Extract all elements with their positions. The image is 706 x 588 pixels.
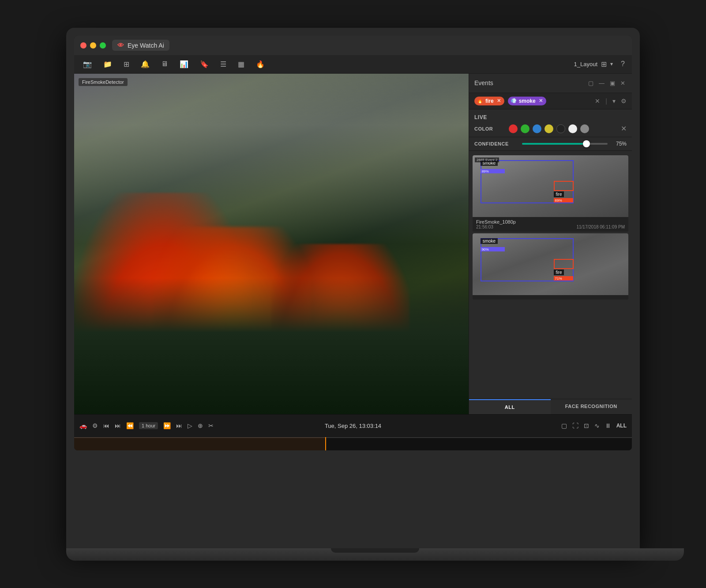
- app-title-container: 👁 Eye Watch Ai: [112, 40, 169, 51]
- events-close-icon[interactable]: ✕: [619, 79, 627, 88]
- toolbar: 📷 📁 ⊞ 🔔 🖥 📊 🔖 ☰ ▦ 🔥 1_Layout ⊞ ▾ ?: [74, 55, 632, 74]
- fire-tag-icon: 🔥: [477, 98, 483, 104]
- detection-overlay-1: smoke 89% fire 69% 2665 Eve: [473, 155, 628, 217]
- events-list: smoke 89% fire 69% 2665 Eve: [469, 151, 632, 399]
- color-dot-yellow[interactable]: [545, 124, 553, 133]
- filter-divider: |: [605, 97, 607, 105]
- color-dot-green[interactable]: [521, 124, 530, 133]
- fire-tag-close[interactable]: ✕: [497, 98, 501, 104]
- layout-selector[interactable]: 1_Layout ⊞ ▾: [574, 60, 613, 68]
- live-label: LIVE: [474, 114, 487, 120]
- bookmark-icon[interactable]: 🔖: [198, 58, 210, 70]
- laptop-hinge: [331, 548, 419, 553]
- trees-overlay: [74, 278, 469, 414]
- timeline-row[interactable]: [74, 437, 632, 450]
- event-thumbnail-1: smoke 89% fire 69% 2665 Eve: [473, 155, 628, 217]
- vehicle-icon[interactable]: 🚗: [79, 422, 87, 429]
- color-label: COLOR: [474, 126, 505, 131]
- expand-icon[interactable]: ⊡: [584, 422, 589, 429]
- events-header-icons: ▢ — ▣ ✕: [587, 79, 627, 88]
- camera-label: FireSmokeDetector: [79, 78, 128, 86]
- events-title: Events: [474, 79, 587, 86]
- event-thumbnail-2: smoke 90% fire 71%: [473, 233, 628, 295]
- list-icon[interactable]: ☰: [218, 58, 228, 70]
- fire-detection-box-1: fire 69%: [554, 181, 574, 191]
- color-dot-red[interactable]: [509, 124, 518, 133]
- rewind-icon[interactable]: ⏪: [126, 422, 134, 429]
- pause-icon[interactable]: ⏸: [605, 422, 611, 429]
- color-dot-gray[interactable]: [580, 124, 589, 133]
- event-counter-1: 2665 Event 2: [475, 157, 499, 162]
- event-info-2: [473, 295, 628, 300]
- events-header: Events ▢ — ▣ ✕: [469, 74, 632, 93]
- detection-overlay-2: smoke 90% fire 71%: [473, 233, 628, 295]
- fullscreen-icon[interactable]: ⛶: [572, 422, 578, 429]
- minimize-button[interactable]: [90, 42, 96, 49]
- monitor-icon[interactable]: 🖥: [159, 58, 170, 70]
- fire-label-2: fire: [554, 270, 564, 275]
- window-controls: [80, 42, 106, 49]
- events-window-icon[interactable]: ▢: [587, 79, 595, 88]
- timeline-fill: [74, 437, 325, 450]
- laptop-base: [66, 548, 684, 561]
- scissors-icon[interactable]: ✂: [208, 422, 214, 429]
- layout-dropdown-arrow: ▾: [610, 61, 613, 67]
- event-card-2[interactable]: smoke 90% fire 71%: [473, 233, 628, 300]
- sync-icon[interactable]: ⊕: [198, 422, 203, 429]
- help-icon[interactable]: ?: [621, 60, 625, 68]
- person-icon[interactable]: ⚙: [92, 422, 98, 429]
- event-time-1: 21:56:03 11/17/2018 06:11:09 PM: [476, 225, 625, 229]
- event-info-1: FireSmoke_1080p 21:56:03 11/17/2018 06:1…: [473, 217, 628, 232]
- fire-bar-1: 69%: [554, 198, 573, 202]
- chart-icon[interactable]: 📊: [178, 58, 190, 70]
- confidence-slider[interactable]: [522, 143, 608, 145]
- filter-settings-icon[interactable]: ⚙: [621, 97, 627, 105]
- confidence-value: 75%: [611, 141, 627, 147]
- all-label[interactable]: ALL: [616, 423, 627, 429]
- events-panel: Events ▢ — ▣ ✕ 🔥 fire: [469, 74, 632, 414]
- duration-label: 1 hour: [139, 422, 158, 429]
- title-bar: 👁 Eye Watch Ai: [74, 36, 632, 55]
- smoke-tag-close[interactable]: ✕: [539, 98, 543, 104]
- smoke-bar-1: 89%: [481, 169, 505, 173]
- events-panel-icon[interactable]: ▣: [608, 79, 616, 88]
- fire-video: [74, 74, 469, 414]
- fire-icon[interactable]: 🔥: [254, 58, 267, 70]
- app-icon: 👁: [117, 41, 124, 49]
- camera-icon[interactable]: 📷: [81, 58, 94, 70]
- next-frame-icon[interactable]: ▷: [188, 422, 192, 429]
- color-clear-button[interactable]: ✕: [621, 124, 627, 133]
- events-minimize-icon[interactable]: —: [597, 79, 606, 88]
- close-button[interactable]: [80, 42, 86, 49]
- fire-filter-tag[interactable]: 🔥 fire ✕: [474, 97, 504, 105]
- event-timestamp-1: 11/17/2018 06:11:09 PM: [576, 225, 625, 229]
- fast-forward-icon[interactable]: ⏩: [163, 422, 171, 429]
- layout-grid-icon: ⊞: [601, 60, 607, 68]
- layout-icon[interactable]: ▦: [236, 58, 246, 70]
- events-tabs: ALL FACE RECOGNITION: [469, 399, 632, 414]
- event-card-1[interactable]: smoke 89% fire 69% 2665 Eve: [473, 155, 628, 232]
- smoke-bar-2: 90%: [481, 247, 505, 251]
- fire-bar-2: 71%: [554, 276, 573, 281]
- camera-view-icon[interactable]: ▢: [561, 422, 567, 429]
- event-time-value-1: 21:56:03: [476, 225, 493, 229]
- maximize-button[interactable]: [100, 42, 106, 49]
- filter-dropdown-button[interactable]: ▾: [612, 97, 616, 105]
- live-section: LIVE: [469, 109, 632, 123]
- skip-start-icon[interactable]: ⏮: [103, 422, 109, 429]
- color-dot-blue[interactable]: [533, 124, 541, 133]
- step-back-icon[interactable]: ⏭: [115, 422, 121, 429]
- step-forward-icon[interactable]: ⏭: [176, 422, 182, 429]
- waveform-icon[interactable]: ∿: [594, 422, 600, 429]
- bell-icon[interactable]: 🔔: [139, 58, 151, 70]
- confidence-label: CONFIDENCE: [474, 141, 518, 146]
- slider-thumb[interactable]: [583, 140, 590, 147]
- tab-all[interactable]: ALL: [469, 399, 551, 414]
- folder-icon[interactable]: 📁: [101, 58, 114, 70]
- tab-face-recognition[interactable]: FACE RECOGNITION: [551, 399, 632, 414]
- filter-clear-button[interactable]: ✕: [595, 97, 600, 105]
- color-dot-white[interactable]: [568, 124, 577, 133]
- smoke-filter-tag[interactable]: 💨 smoke ✕: [508, 97, 546, 105]
- color-dot-black[interactable]: [556, 124, 565, 133]
- grid-icon[interactable]: ⊞: [122, 58, 131, 70]
